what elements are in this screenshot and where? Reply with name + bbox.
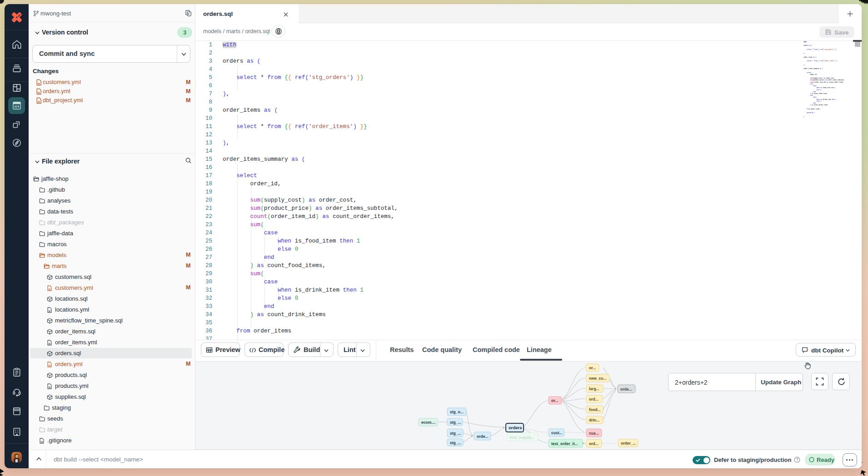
svg-text:stg_o...: stg_o... — [450, 410, 464, 414]
svg-text:order_...: order_... — [621, 441, 636, 446]
svg-text:or...: or... — [551, 398, 558, 403]
svg-text:orders: orders — [509, 425, 522, 430]
svg-text:test_supply...: test_supply... — [510, 435, 534, 440]
svg-text:new_cu...: new_cu... — [589, 376, 606, 381]
svg-text:orde...: orde... — [477, 434, 489, 439]
svg-text:test_order_it...: test_order_it... — [551, 441, 578, 446]
svg-text:cust...: cust... — [551, 431, 563, 435]
svg-text:stg_...: stg_... — [450, 420, 461, 425]
svg-text:ecom....: ecom.... — [421, 420, 436, 425]
svg-text:larg...: larg... — [589, 387, 599, 391]
svg-text:stg_...: stg_... — [450, 431, 461, 436]
svg-text:ord...: ord... — [589, 397, 599, 402]
svg-text:food...: food... — [589, 407, 601, 412]
svg-text:stg_...: stg_... — [450, 441, 461, 445]
svg-text:or...: or... — [589, 366, 596, 370]
svg-text:orde...: orde... — [620, 387, 632, 392]
svg-text:drin...: drin... — [589, 418, 599, 422]
svg-text:cus...: cus... — [589, 431, 599, 436]
svg-text:ord...: ord... — [589, 441, 599, 446]
